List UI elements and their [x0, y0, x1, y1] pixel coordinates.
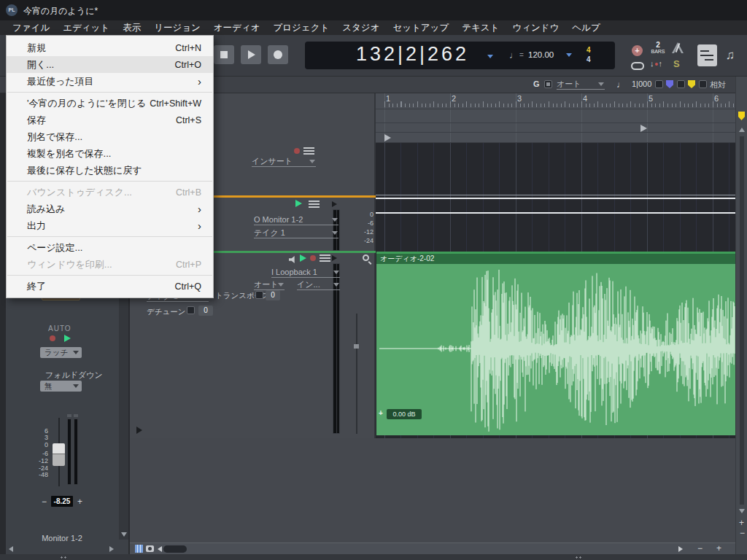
- resize-grip[interactable]: [60, 556, 67, 559]
- marker-yellow-checkbox[interactable]: [677, 80, 685, 88]
- file-menu-export[interactable]: 出力›: [7, 217, 213, 234]
- transpose-value[interactable]: 0: [266, 290, 280, 300]
- file-menu-import[interactable]: 読み込み›: [7, 201, 213, 217]
- add-button[interactable]: +: [632, 45, 643, 56]
- punch-button[interactable]: ↓↑: [650, 59, 662, 68]
- track2-take-dropdown[interactable]: テイク 1: [254, 228, 338, 238]
- auto-mode-dropdown[interactable]: ラッチ: [40, 347, 82, 358]
- detune-value[interactable]: 0: [198, 306, 213, 316]
- track-zoom-thumb[interactable]: [354, 344, 359, 349]
- file-menu-save-copy-as[interactable]: 複製を別名で保存...: [7, 145, 213, 162]
- automation-line-2[interactable]: [376, 212, 735, 214]
- stop-button[interactable]: [214, 45, 234, 64]
- menu-text[interactable]: テキスト: [455, 20, 506, 35]
- count-in-button[interactable]: 2 BARS: [648, 42, 668, 55]
- menu-studio[interactable]: スタジオ: [336, 20, 386, 35]
- track3-auto-dropdown[interactable]: オート: [254, 279, 285, 290]
- track3-menu-icon[interactable]: [320, 254, 330, 262]
- menu-view[interactable]: 表示: [116, 20, 147, 35]
- grid-enable-checkbox[interactable]: [544, 80, 552, 88]
- file-menu-recent[interactable]: 最近使った項目›: [7, 73, 213, 90]
- region-waveform-area[interactable]: [376, 264, 735, 435]
- track3-input-mode-dropdown[interactable]: イン...: [297, 279, 340, 290]
- editor-view-button[interactable]: [697, 44, 717, 66]
- file-menu-page-setup[interactable]: ページ設定...: [7, 239, 213, 256]
- hzoom-in-button[interactable]: +: [716, 543, 721, 553]
- folddown-dropdown[interactable]: 無: [40, 381, 82, 392]
- file-menu-save-as[interactable]: 別名で保存...: [7, 128, 213, 145]
- detune-checkbox[interactable]: [187, 306, 195, 314]
- track3-record-icon[interactable]: [310, 255, 316, 261]
- metronome-button[interactable]: [672, 42, 684, 53]
- hzoom-out-button[interactable]: −: [697, 543, 703, 553]
- file-menu-close[interactable]: '今宵の月のように'を閉じるCtrl+Shift+W: [7, 95, 213, 112]
- tempo-value[interactable]: 120.00: [528, 50, 554, 59]
- snapshot-icon[interactable]: [146, 545, 154, 552]
- scroll-right-icon[interactable]: [109, 546, 114, 552]
- region-name[interactable]: オーディオ-2-02: [376, 254, 735, 264]
- grid-mode-dropdown[interactable]: オート: [557, 79, 605, 90]
- grid-value[interactable]: 1|000: [632, 79, 651, 88]
- menu-setup[interactable]: セットアップ: [386, 20, 455, 35]
- scroll-down-icon[interactable]: [739, 509, 745, 513]
- file-menu-revert[interactable]: 最後に保存した状態に戻す: [7, 162, 213, 179]
- track1-insert-dropdown[interactable]: インサート: [252, 156, 316, 167]
- track2-output-dropdown[interactable]: O Monitor 1-2: [254, 214, 338, 225]
- file-menu-open[interactable]: 開く...Ctrl+O: [7, 56, 213, 73]
- track3-speaker-icon[interactable]: [289, 256, 297, 263]
- grid-view-icon[interactable]: [135, 545, 143, 553]
- scroll-left-icon[interactable]: [9, 546, 13, 552]
- track3-monitor-icon[interactable]: [300, 254, 306, 262]
- expand-icon[interactable]: [136, 427, 142, 434]
- marker-blue-checkbox[interactable]: [655, 80, 663, 88]
- menu-project[interactable]: プロジェクト: [266, 20, 336, 35]
- track-zoom-slider[interactable]: [356, 314, 357, 434]
- scroll-left-icon[interactable]: [158, 546, 162, 552]
- track1-record-icon[interactable]: [294, 148, 300, 154]
- relative-checkbox[interactable]: [699, 80, 707, 88]
- time-signature[interactable]: 4 4: [587, 45, 591, 64]
- resize-grip[interactable]: [575, 556, 582, 559]
- timeline-ruler[interactable]: 1 2 3 4 5 6: [376, 93, 735, 109]
- vertical-scrollbar[interactable]: [740, 136, 744, 505]
- locator-marker-icon[interactable]: [640, 125, 647, 132]
- fader-minus-button[interactable]: −: [42, 497, 47, 507]
- record-button[interactable]: [268, 45, 288, 64]
- locator-lane-2[interactable]: [376, 133, 735, 143]
- notes-view-button[interactable]: ♫: [721, 44, 740, 66]
- audio-region[interactable]: オーディオ-2-02 + 0.00 dB: [376, 252, 735, 435]
- region-gain-plus-icon[interactable]: +: [379, 409, 383, 417]
- scroll-up-icon[interactable]: [739, 128, 745, 132]
- menu-edit[interactable]: エディット: [56, 20, 116, 35]
- region-gain-badge[interactable]: 0.00 dB: [387, 409, 422, 419]
- auto-record-icon[interactable]: [50, 335, 55, 341]
- menu-window[interactable]: ウィンドウ: [506, 20, 565, 35]
- fader-handle[interactable]: [53, 443, 65, 466]
- loop-button[interactable]: [631, 62, 644, 70]
- track2-monitor-icon[interactable]: [295, 200, 302, 207]
- marker-lane[interactable]: [376, 109, 735, 123]
- position-display[interactable]: 132|2|262: [356, 43, 495, 66]
- automation-line-1[interactable]: [376, 198, 735, 199]
- track1-menu-icon[interactable]: [303, 147, 314, 155]
- zoom-icon[interactable]: [363, 254, 369, 261]
- track3-fader-icon[interactable]: [332, 255, 337, 261]
- locator-lane-1[interactable]: [376, 123, 735, 133]
- menu-help[interactable]: ヘルプ: [565, 20, 606, 35]
- position-dropdown-icon[interactable]: [487, 55, 493, 58]
- vzoom-in-button[interactable]: +: [739, 518, 744, 528]
- tempo-dropdown-icon[interactable]: [566, 53, 572, 57]
- track2-fader-icon[interactable]: [332, 201, 337, 207]
- track2-menu-icon[interactable]: [309, 201, 320, 208]
- vzoom-out-button[interactable]: −: [740, 528, 745, 538]
- track3-input-dropdown[interactable]: I Loopback 1: [271, 267, 340, 278]
- solo-button[interactable]: S: [673, 58, 680, 69]
- scroll-right-icon[interactable]: [678, 546, 683, 552]
- file-menu-quit[interactable]: 終了Ctrl+Q: [7, 278, 213, 295]
- menu-audio[interactable]: オーディオ: [207, 20, 267, 35]
- hscroll-thumb[interactable]: [163, 545, 187, 553]
- loop-flag-icon[interactable]: [738, 112, 745, 120]
- menu-file[interactable]: ファイル: [6, 20, 56, 35]
- file-menu-save[interactable]: 保存Ctrl+S: [7, 112, 213, 128]
- menu-region[interactable]: リージョン: [147, 20, 207, 35]
